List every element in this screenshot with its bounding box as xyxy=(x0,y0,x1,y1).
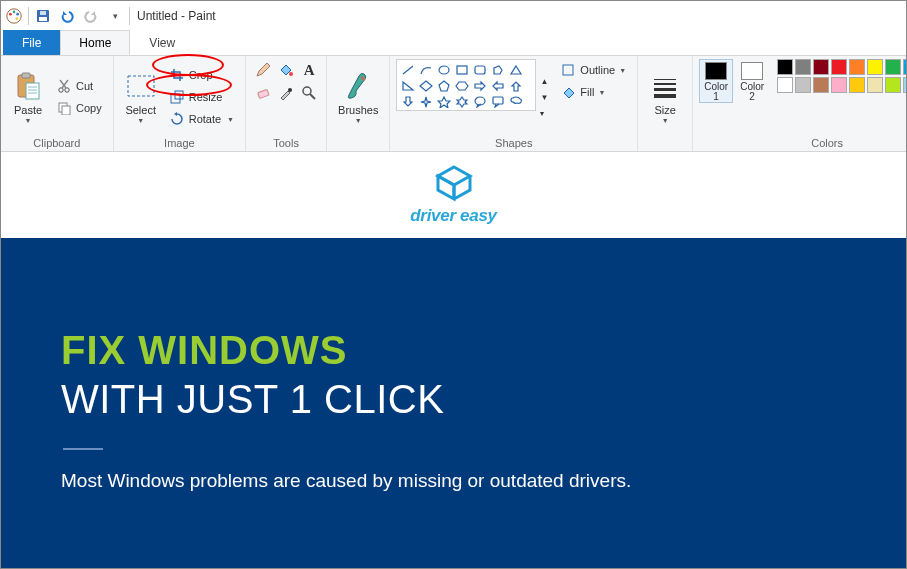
shape-rect[interactable] xyxy=(453,62,471,78)
palette-swatch[interactable] xyxy=(903,59,907,75)
logo-cube-icon xyxy=(432,164,476,204)
fill-button[interactable]: Fill ▼ xyxy=(555,81,631,103)
palette-swatch[interactable] xyxy=(795,77,811,93)
brushes-label: Brushes xyxy=(338,104,378,116)
dropdown-caret-icon: ▼ xyxy=(619,67,626,74)
shape-6star[interactable] xyxy=(453,94,471,110)
window-title: Untitled - Paint xyxy=(137,9,216,23)
shapes-scroll-down[interactable]: ▼ xyxy=(537,89,551,105)
palette-swatch[interactable] xyxy=(831,77,847,93)
tab-home[interactable]: Home xyxy=(60,30,130,55)
ribbon: Paste ▼ Cut Copy Clipboard Select ▼ xyxy=(1,55,906,152)
shape-curve[interactable] xyxy=(417,62,435,78)
dropdown-caret-icon: ▼ xyxy=(227,116,234,123)
save-icon[interactable] xyxy=(32,5,54,27)
shape-polygon[interactable] xyxy=(489,62,507,78)
svg-rect-18 xyxy=(128,76,154,96)
palette-swatch[interactable] xyxy=(849,59,865,75)
group-brushes: Brushes ▼ xyxy=(327,56,390,151)
palette-swatch[interactable] xyxy=(849,77,865,93)
shapes-gallery[interactable] xyxy=(396,59,536,111)
palette-swatch[interactable] xyxy=(885,77,901,93)
magnifier-tool[interactable] xyxy=(298,82,320,104)
palette-swatch[interactable] xyxy=(777,77,793,93)
svg-point-1 xyxy=(9,12,12,15)
copy-button[interactable]: Copy xyxy=(51,97,107,119)
shape-arrow-right[interactable] xyxy=(471,78,489,94)
svg-point-24 xyxy=(303,87,311,95)
color2-button[interactable]: Color 2 xyxy=(735,59,769,103)
shape-line[interactable] xyxy=(399,62,417,78)
shape-oval[interactable] xyxy=(435,62,453,78)
heading-line2: WITH JUST 1 CLICK xyxy=(61,377,906,422)
shape-diamond[interactable] xyxy=(417,78,435,94)
svg-line-25 xyxy=(310,94,315,99)
palette-swatch[interactable] xyxy=(831,59,847,75)
crop-label: Crop xyxy=(189,69,213,81)
color-palette xyxy=(777,59,907,93)
size-button[interactable]: Size ▼ xyxy=(644,59,686,135)
dropdown-caret-icon: ▼ xyxy=(137,117,144,124)
group-colors-label: Colors xyxy=(699,135,907,151)
tab-file[interactable]: File xyxy=(3,30,60,55)
palette-swatch[interactable] xyxy=(813,77,829,93)
shape-right-triangle[interactable] xyxy=(399,78,417,94)
svg-point-2 xyxy=(13,10,16,13)
palette-swatch[interactable] xyxy=(777,59,793,75)
shape-pentagon[interactable] xyxy=(435,78,453,94)
resize-button[interactable]: Resize xyxy=(164,86,239,108)
pencil-tool[interactable] xyxy=(252,59,274,81)
shapes-expand[interactable]: ▾ xyxy=(537,105,551,121)
outline-button[interactable]: Outline ▼ xyxy=(555,59,631,81)
palette-swatch[interactable] xyxy=(867,59,883,75)
brushes-button[interactable]: Brushes ▼ xyxy=(333,59,383,135)
shape-callout-round[interactable] xyxy=(471,94,489,110)
rotate-button[interactable]: Rotate ▼ xyxy=(164,108,239,130)
svg-rect-7 xyxy=(40,11,46,15)
ribbon-tabs: File Home View xyxy=(1,30,906,55)
svg-line-26 xyxy=(403,66,413,74)
color1-button[interactable]: Color 1 xyxy=(699,59,733,103)
svg-point-27 xyxy=(439,66,449,74)
svg-rect-20 xyxy=(175,91,183,99)
color-picker-tool[interactable] xyxy=(275,82,297,104)
select-label: Select xyxy=(125,104,156,116)
crop-button[interactable]: Crop xyxy=(164,64,239,86)
eraser-tool[interactable] xyxy=(252,82,274,104)
group-clipboard-label: Clipboard xyxy=(7,135,107,151)
size-icon xyxy=(649,70,681,102)
cut-button[interactable]: Cut xyxy=(51,75,107,97)
shape-arrow-down[interactable] xyxy=(399,94,417,110)
palette-swatch[interactable] xyxy=(813,59,829,75)
svg-point-15 xyxy=(65,88,69,92)
tab-view[interactable]: View xyxy=(130,30,194,55)
svg-point-4 xyxy=(15,17,18,20)
quick-access-toolbar: ▾ xyxy=(32,5,126,27)
palette-swatch[interactable] xyxy=(903,77,907,93)
qat-customize-icon[interactable]: ▾ xyxy=(104,5,126,27)
shape-callout-rect[interactable] xyxy=(489,94,507,110)
shape-triangle[interactable] xyxy=(507,62,525,78)
undo-icon[interactable] xyxy=(56,5,78,27)
shape-arrow-left[interactable] xyxy=(489,78,507,94)
palette-swatch[interactable] xyxy=(885,59,901,75)
shapes-scroll-up[interactable]: ▲ xyxy=(537,73,551,89)
palette-swatch[interactable] xyxy=(795,59,811,75)
dropdown-caret-icon: ▼ xyxy=(598,89,605,96)
redo-icon[interactable] xyxy=(80,5,102,27)
shape-arrow-up[interactable] xyxy=(507,78,525,94)
shape-callout-cloud[interactable] xyxy=(507,94,525,110)
select-button[interactable]: Select ▼ xyxy=(120,59,162,135)
paste-button[interactable]: Paste ▼ xyxy=(7,59,49,135)
text-tool[interactable]: A xyxy=(298,59,320,81)
canvas-area[interactable]: driver easy FIX WINDOWS WITH JUST 1 CLIC… xyxy=(1,152,906,569)
palette-swatch[interactable] xyxy=(867,77,883,93)
fill-tool[interactable] xyxy=(275,59,297,81)
shape-4star[interactable] xyxy=(417,94,435,110)
group-tools: A Tools xyxy=(246,56,327,151)
svg-point-30 xyxy=(475,97,485,105)
shape-roundrect[interactable] xyxy=(471,62,489,78)
group-image: Select ▼ Crop Resize Rotate ▼ Image xyxy=(114,56,246,151)
shape-hexagon[interactable] xyxy=(453,78,471,94)
shape-5star[interactable] xyxy=(435,94,453,110)
